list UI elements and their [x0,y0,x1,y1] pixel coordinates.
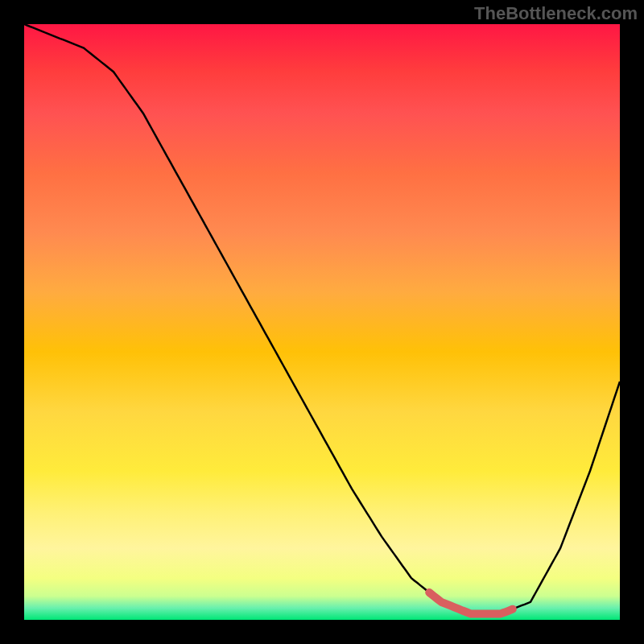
bottleneck-curve-line [24,24,620,614]
optimal-range-highlight [429,592,513,614]
watermark-text: TheBottleneck.com [474,3,638,24]
chart-svg [24,24,620,620]
chart-plot-area [24,24,620,620]
